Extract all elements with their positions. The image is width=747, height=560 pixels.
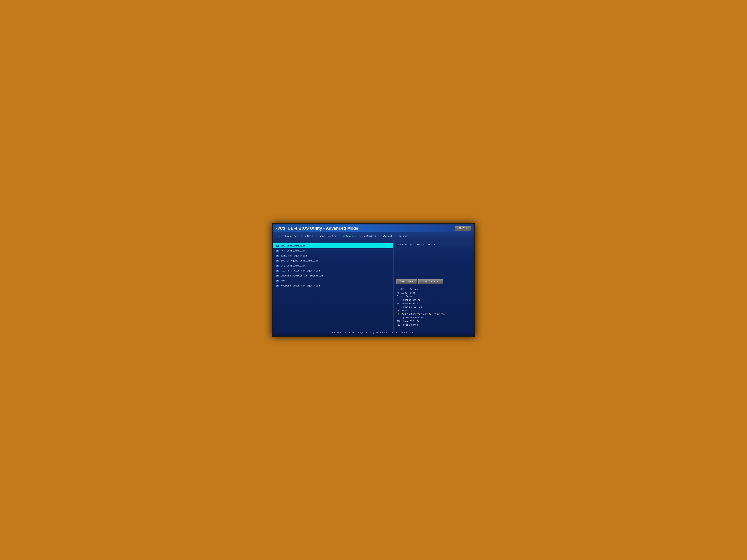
nav-item-monitor[interactable]: ◈ Monitor [362, 234, 379, 239]
arrow-icon: ▶ [276, 255, 279, 257]
kb-f3: F3: Shortcut [396, 309, 471, 313]
menu-item-label: USB Configuration [281, 264, 306, 267]
menu-item-sata-config[interactable]: ▶ SATA Configuration [273, 254, 393, 258]
monitor-wrapper: /SUS UEFI BIOS Utility - Advanced Mode 🖥… [272, 223, 475, 337]
kb-enter: Enter: Select [396, 295, 471, 298]
menu-item-usb-config[interactable]: ▶ USB Configuration [273, 263, 393, 268]
menu-item-platform-config[interactable]: ▶ Platform Misc Configuration [273, 268, 393, 273]
kb-f12: F12: Print Screen [396, 323, 471, 327]
boot-icon: ⏻ [383, 235, 386, 238]
menu-item-label: SATA Configuration [281, 255, 307, 257]
menu-item-cpu-config[interactable]: ▶ CPU Configuration [273, 243, 393, 248]
arrow-icon: ▶ [276, 270, 279, 272]
nav-label-ai-tweaker: Ai Tweaker [322, 235, 337, 238]
main-content: ▶ CPU Configuration ▶ PCH Configuration … [273, 240, 474, 330]
nav-sep-5: | [379, 235, 381, 238]
menu-item-label: APM [281, 279, 285, 282]
nav-sep-6: | [395, 235, 397, 238]
kb-f5: F5: Optimized Defaults [396, 316, 471, 320]
quick-note-button[interactable]: Quick Note [396, 279, 417, 284]
left-panel: ▶ CPU Configuration ▶ PCH Configuration … [273, 240, 393, 330]
menu-item-label: Onboard Devices Configuration [281, 274, 323, 277]
menu-item-label: Network Stack Configuration [281, 285, 320, 287]
menu-item-label: PCH Configuration [281, 249, 306, 252]
menu-item-label: Platform Misc Configuration [281, 269, 320, 272]
right-panel: CPU Configuration Parameters Quick Note … [393, 240, 474, 330]
nav-sep-7: | [410, 235, 412, 238]
tool-icon: ⊟ [399, 235, 401, 238]
kb-f1: F1: General Help [396, 302, 471, 305]
exit-button[interactable]: 🖥 Exit [455, 226, 471, 231]
nav-sep-3: | [339, 235, 341, 238]
keybindings: ↔: Select Screen ↕: Select Item Enter: S… [396, 288, 471, 327]
menu-item-label: System Agent Configuration [281, 260, 318, 262]
arrow-icon: ▶ [276, 275, 279, 277]
nav-label-advanced: Advanced [346, 235, 357, 238]
nav-sep-2: | [315, 235, 317, 238]
asus-logo: /SUS [276, 226, 285, 231]
nav-item-boot[interactable]: ⏻ Boot [381, 234, 395, 239]
arrow-icon: ▶ [276, 245, 279, 247]
header-title: UEFI BIOS Utility - Advanced Mode [288, 226, 358, 231]
monitor-icon: ◈ [364, 235, 365, 238]
menu-item-network-config[interactable]: ▶ Network Stack Configuration [273, 283, 393, 288]
last-modified-button[interactable]: Last Modified [418, 279, 443, 284]
kb-change-option: +/-: Change Option [396, 298, 471, 302]
menu-item-onboard-config[interactable]: ▶ Onboard Devices Configuration [273, 273, 393, 278]
ai-tweaker-icon: ◉ [319, 235, 321, 238]
nav-label-main: Main [307, 235, 313, 238]
nav-item-main[interactable]: ≡ Main [303, 234, 315, 239]
footer-text: Version 2.10.1208. Copyright (C) 2014 Am… [331, 331, 416, 334]
kb-select-item: ↕: Select Item [396, 291, 471, 295]
star-icon: ★ [278, 235, 280, 238]
info-text: CPU Configuration Parameters [396, 243, 471, 246]
exit-label: Exit [463, 227, 467, 230]
menu-item-apm[interactable]: ▶ APM [273, 278, 393, 283]
kb-f2: F2: Previous Values [396, 305, 471, 309]
nav-item-tool[interactable]: ⊟ Tool [397, 234, 410, 239]
kb-f10: F10: Save ESC: Exit [396, 320, 471, 323]
nav-label-monitor: Monitor [366, 235, 377, 238]
arrow-icon: ▶ [276, 250, 279, 252]
advanced-icon: ⊡ [343, 235, 345, 238]
nav-label-favorites: My Favorites [281, 235, 298, 238]
header-left: /SUS UEFI BIOS Utility - Advanced Mode [276, 226, 358, 231]
nav-sep-1: | [300, 235, 303, 238]
exit-icon: 🖥 [459, 227, 461, 230]
arrow-icon: ▶ [276, 285, 279, 287]
kb-select-screen: ↔: Select Screen [396, 288, 471, 291]
bios-screen: /SUS UEFI BIOS Utility - Advanced Mode 🖥… [273, 224, 474, 336]
menu-item-sysagent-config[interactable]: ▶ System Agent Configuration [273, 258, 393, 263]
buttons-row: Quick Note Last Modified [396, 279, 471, 284]
menu-item-pch-config[interactable]: ▶ PCH Configuration [273, 248, 393, 254]
footer-bar: Version 2.10.1208. Copyright (C) 2014 Am… [273, 330, 474, 336]
nav-sep-4: | [359, 235, 362, 238]
kb-f4: F4: Add to Shortcut and My Favorites [396, 313, 471, 316]
arrow-icon: ▶ [276, 265, 279, 267]
arrow-icon: ▶ [276, 279, 279, 282]
menu-item-label: CPU Configuration [281, 244, 306, 247]
nav-bar: ★ My Favorites | ≡ Main | ◉ Ai Tweaker |… [273, 233, 474, 240]
nav-item-ai-tweaker[interactable]: ◉ Ai Tweaker [317, 234, 339, 239]
nav-item-advanced[interactable]: ⊡ Advanced [341, 234, 360, 239]
header-bar: /SUS UEFI BIOS Utility - Advanced Mode 🖥… [273, 224, 474, 233]
nav-label-tool: Tool [402, 235, 407, 238]
arrow-icon: ▶ [276, 260, 279, 262]
nav-label-boot: Boot [387, 235, 392, 238]
list-icon: ≡ [305, 235, 306, 238]
nav-item-favorites[interactable]: ★ My Favorites [276, 234, 300, 239]
